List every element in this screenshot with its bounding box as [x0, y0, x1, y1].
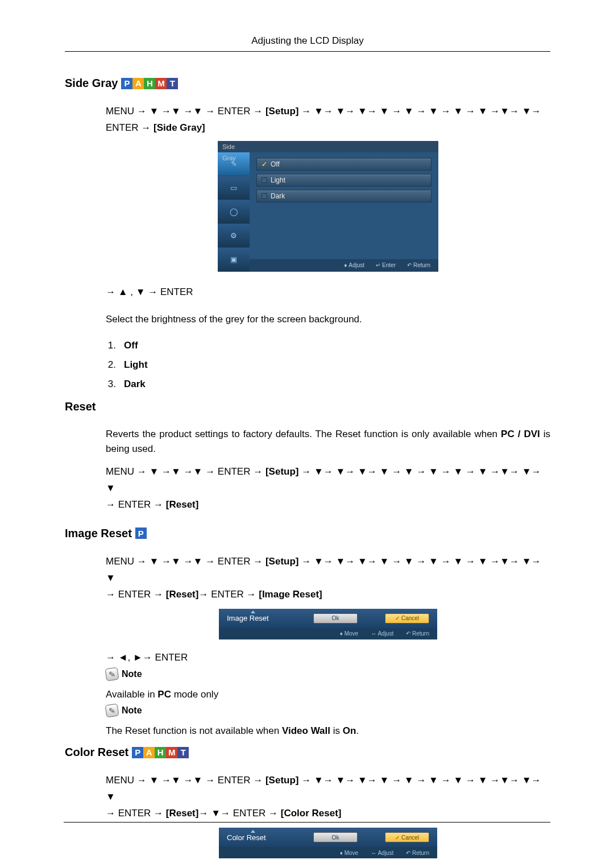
chip-a: A: [132, 78, 144, 89]
reset-body-bold: PC / DVI: [501, 429, 540, 439]
note-row: ✎ Note: [106, 704, 550, 717]
chip-t: T: [167, 78, 178, 89]
osd-footer-return: ↶ Return: [406, 850, 429, 856]
note-row: ✎ Note: [106, 668, 550, 680]
imagereset-note2: The Reset function is not available when…: [106, 724, 550, 738]
nav-text: MENU → ▼ →▼ →▼ → ENTER →: [106, 106, 265, 117]
note-icon: ✎: [105, 703, 119, 717]
osd-dialog-title: Image Reset: [227, 614, 286, 622]
nav-text: → ENTER →: [106, 499, 166, 510]
note-bold: PC: [157, 689, 171, 700]
mode-chips: P: [135, 528, 147, 539]
gear-icon: ⚙: [227, 229, 240, 242]
section-image-reset-text: Image Reset: [65, 527, 132, 540]
nav-bracket: [Reset]: [166, 499, 199, 510]
note-bold: Video Wall: [282, 725, 330, 736]
osd-item-label: Light: [271, 175, 285, 186]
section-side-gray-title: Side Gray P A H M T: [65, 77, 550, 90]
list-item: 1.Off: [106, 340, 550, 351]
nav-bracket: [Setup]: [265, 466, 299, 477]
chip-a: A: [143, 747, 155, 758]
chip-p: P: [132, 747, 143, 758]
osd-dialog-top: Color Reset Ok ✓Cancel: [219, 828, 437, 847]
chip-m: M: [166, 747, 177, 758]
sidegray-nav-after: → ▲ , ▼ → ENTER: [106, 284, 550, 301]
sidegray-nav: MENU → ▼ →▼ →▼ → ENTER → [Setup] → ▼→ ▼→…: [106, 103, 550, 136]
nav-text: → ENTER →: [106, 808, 166, 819]
nav-bracket: [Color Reset]: [281, 808, 342, 819]
imagereset-nav: MENU → ▼ →▼ →▼ → ENTER → [Setup] → ▼→ ▼→…: [106, 554, 550, 603]
osd-imagereset-dialog: Image Reset Ok ✓Cancel ♦ Move ↔ Adjust ↶…: [219, 609, 437, 639]
section-reset-title: Reset: [65, 400, 550, 413]
mode-chips: P A H M T: [132, 747, 189, 758]
osd-footer-adjust: ♦ Adjust: [344, 262, 364, 268]
osd-cancel-button: ✓Cancel: [385, 832, 429, 842]
list-item: 2.Light: [106, 359, 550, 371]
osd-footer-return: ↶ Return: [406, 630, 429, 637]
check-icon: ✓: [262, 159, 267, 170]
imagereset-note1: Available in PC mode only: [106, 687, 550, 702]
osd-dialog-title: Color Reset: [227, 833, 286, 842]
tool-icon: ✎: [227, 157, 240, 170]
screen-icon: ▣: [227, 254, 240, 266]
nav-bracket: [Setup]: [265, 775, 299, 786]
osd-item-off: ✓Off: [256, 158, 432, 171]
osd-dialog-footer: ♦ Move ↔ Adjust ↶ Return: [219, 628, 437, 639]
circle-icon: ◯: [227, 205, 240, 218]
mode-chips: P A H M T: [121, 78, 178, 89]
osd-cancel-button: ✓Cancel: [385, 613, 429, 624]
list-label: Dark: [124, 379, 146, 390]
section-image-reset-title: Image Reset P: [65, 527, 550, 540]
reset-nav: MENU → ▼ →▼ →▼ → ENTER → [Setup] → ▼→ ▼→…: [106, 464, 550, 513]
note-text: .: [356, 725, 359, 736]
osd-sidegray-figure: Side Gray ✎ ▭ ◯ ⚙ ▣ ✓Off Light Dark ♦ Ad…: [218, 141, 438, 272]
note-text: mode only: [171, 689, 218, 700]
imagereset-nav-after: → ◄, ►→ ENTER: [106, 650, 550, 666]
section-color-reset-text: Color Reset: [65, 746, 128, 759]
chip-m: M: [155, 78, 167, 89]
osd-tab-icon: ⚙: [218, 224, 250, 248]
footer-rule: [64, 822, 550, 823]
note-label: Note: [122, 705, 142, 716]
osd-footer-enter: ↵ Enter: [376, 262, 396, 268]
chip-h: H: [155, 747, 166, 758]
sidegray-desc: Select the brightness of the grey for th…: [106, 312, 550, 327]
osd-tab-icon: ▭: [218, 176, 250, 200]
nav-text: → ENTER →: [106, 589, 166, 600]
list-label: Light: [124, 359, 148, 371]
nav-bracket: [Reset]: [166, 808, 199, 819]
osd-footer-adjust: ↔ Adjust: [371, 850, 393, 856]
osd-left-tabs: Side Gray ✎ ▭ ◯ ⚙ ▣: [218, 141, 250, 272]
nav-text: → ▼→ ENTER →: [198, 808, 280, 819]
osd-tab-title: Side Gray: [218, 141, 250, 152]
check-icon: ✓: [395, 615, 400, 621]
osd-tab-icon: ▣: [218, 248, 250, 272]
osd-dialog-top: Image Reset Ok ✓Cancel: [219, 609, 437, 628]
page-header: Adjusting the LCD Display: [65, 35, 550, 52]
osd-dialog-footer: ♦ Move ↔ Adjust ↶ Return: [219, 847, 437, 858]
section-color-reset-title: Color Reset P A H M T: [65, 746, 550, 759]
chip-p: P: [135, 528, 147, 539]
nav-text: → ▼→ ▼→ ▼→ ▼ → ▼ → ▼ → ▼ → ▼ →▼→ ▼→: [298, 106, 541, 117]
osd-footer-adjust: ↔ Adjust: [371, 630, 393, 637]
display-icon: ▭: [227, 181, 240, 194]
note-label: Note: [122, 669, 142, 679]
section-side-gray-text: Side Gray: [65, 77, 118, 90]
nav-text: MENU → ▼ →▼ →▼ → ENTER →: [106, 775, 265, 786]
nav-bracket: [Side Gray]: [154, 122, 205, 133]
nav-text: ENTER →: [106, 122, 154, 133]
chip-t: T: [177, 747, 189, 758]
note-text: is: [330, 725, 343, 736]
osd-tab-icon: ◯: [218, 200, 250, 224]
reset-body: Reverts the product settings to factory …: [106, 427, 550, 456]
osd-footer-move: ♦ Move: [340, 850, 358, 856]
check-icon: ✓: [395, 834, 400, 841]
section-reset-text: Reset: [65, 400, 96, 413]
chip-h: H: [144, 78, 155, 89]
osd-colorreset-dialog: Color Reset Ok ✓Cancel ♦ Move ↔ Adjust ↶…: [219, 828, 437, 858]
list-item: 3.Dark: [106, 379, 550, 390]
osd-footer-return: ↶ Return: [407, 262, 430, 268]
bullet-icon: [262, 177, 267, 183]
colorreset-nav: MENU → ▼ →▼ →▼ → ENTER → [Setup] → ▼→ ▼→…: [106, 773, 550, 822]
note-icon: ✎: [105, 667, 119, 682]
